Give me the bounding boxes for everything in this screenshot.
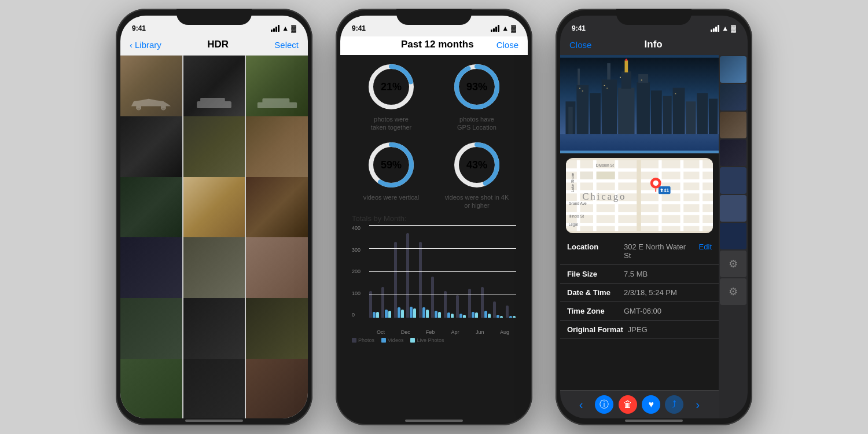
svg-rect-33 <box>560 134 719 150</box>
info-main: Chicago ⬆41 Division St Lake Shore Grand… <box>560 55 719 418</box>
svg-rect-39 <box>641 79 642 80</box>
thumb-4[interactable] <box>720 139 746 166</box>
svg-rect-32 <box>709 99 718 134</box>
phone-3-screen: 9:41 ▲ ▓ Close Info <box>560 16 748 418</box>
bar-photos-11 <box>506 306 509 318</box>
back-label: Library <box>135 40 161 50</box>
photo-cell[interactable] <box>183 237 245 299</box>
legend-dot-live <box>410 338 415 343</box>
phone-1: 9:41 ▲ ▓ ‹ Library HDR Select <box>116 9 312 425</box>
donut-percent-21: 21% <box>381 81 402 93</box>
timezone-label: Time Zone <box>567 307 619 315</box>
photo-cell[interactable] <box>246 359 308 418</box>
favorite-button[interactable]: ♥ <box>642 395 660 414</box>
bar-live-5 <box>438 312 441 318</box>
share-button[interactable]: ⤴ <box>665 395 683 414</box>
photo-cell[interactable] <box>246 116 308 178</box>
thumb-2[interactable] <box>720 84 746 111</box>
photo-cell[interactable] <box>183 56 245 117</box>
photo-cell[interactable] <box>246 237 308 299</box>
bar-group-9 <box>481 287 491 318</box>
select-button[interactable]: Select <box>274 40 299 50</box>
timezone-value: GMT-06:00 <box>624 307 712 315</box>
photo-cell[interactable] <box>120 359 182 418</box>
prev-button[interactable]: ‹ <box>572 395 590 414</box>
bar-photos-9 <box>481 287 484 318</box>
legend-dot-videos <box>381 338 386 343</box>
bar-photos-2 <box>394 242 397 318</box>
legend-label-photos: Photos <box>358 337 374 343</box>
phone-2: 9:41 ▲ ▓ Past 12 months Close <box>336 9 532 425</box>
phone-1-screen: 9:41 ▲ ▓ ‹ Library HDR Select <box>120 16 308 418</box>
next-button[interactable]: › <box>689 395 707 414</box>
bar-videos-3 <box>410 307 413 318</box>
close-button-2[interactable]: Close <box>496 40 518 50</box>
delete-button[interactable]: 🗑 <box>619 395 637 414</box>
toolbar-3: ‹ ⓘ 🗑 ♥ ⤴ › <box>560 390 719 418</box>
info-rows: Location 302 E North Water St Edit File … <box>560 238 719 390</box>
photo-cell[interactable] <box>120 116 182 178</box>
svg-rect-22 <box>618 88 634 134</box>
thumb-1[interactable] <box>720 56 746 83</box>
legend-label-live: Live Photos <box>417 337 444 343</box>
back-button[interactable]: ‹ Library <box>130 40 161 50</box>
phone-3: 9:41 ▲ ▓ Close Info <box>556 9 752 425</box>
map-container[interactable]: Chicago ⬆41 Division St Lake Shore Grand… <box>566 158 713 233</box>
photo-cell[interactable] <box>246 298 308 360</box>
photo-cell[interactable] <box>120 56 182 117</box>
thumb-7[interactable] <box>720 223 746 249</box>
bar-photos-5 <box>431 277 434 318</box>
photo-cell[interactable] <box>120 177 182 239</box>
photo-cell[interactable] <box>183 116 245 178</box>
thumb-gear-2[interactable]: ⚙ <box>720 278 746 305</box>
datetime-row: Date & Time 2/3/18, 5:24 PM <box>560 284 719 302</box>
bar-videos-6 <box>447 312 450 318</box>
photo-cell[interactable] <box>246 56 308 117</box>
legend-live: Live Photos <box>410 337 444 343</box>
wifi-icon-2: ▲ <box>502 24 509 32</box>
svg-text:Division St: Division St <box>596 163 614 167</box>
donut-label-21: photos weretaken together <box>371 115 411 132</box>
donut-59: 59% <box>365 139 417 191</box>
edit-button[interactable]: Edit <box>699 242 712 251</box>
signal-icon-2 <box>491 25 499 32</box>
svg-text:Grand Ave: Grand Ave <box>569 201 587 205</box>
photo-cell[interactable] <box>183 177 245 239</box>
y-label-100: 100 <box>352 290 361 296</box>
photo-cell[interactable] <box>120 237 182 299</box>
thumb-gear[interactable]: ⚙ <box>720 251 746 277</box>
legend-videos: Videos <box>381 337 403 343</box>
donut-label-59: videos were vertical <box>363 193 420 201</box>
timezone-row: Time Zone GMT-06:00 <box>560 302 719 321</box>
bar-live-6 <box>451 314 454 318</box>
info-button[interactable]: ⓘ <box>595 395 613 414</box>
x-axis: Oct Dec Feb Apr Jun Aug <box>352 329 516 335</box>
photo-cell[interactable] <box>183 359 245 418</box>
photo-cell[interactable] <box>120 298 182 360</box>
photo-cell[interactable] <box>246 177 308 239</box>
chart-area: 400 300 200 100 0 <box>352 225 516 329</box>
svg-rect-34 <box>579 88 580 89</box>
format-label: Original Format <box>567 325 623 334</box>
stats-content: 21% photos weretaken together 93% photos… <box>340 55 528 418</box>
bar-videos-9 <box>484 311 487 318</box>
thumb-5[interactable] <box>720 167 746 194</box>
bar-videos-1 <box>385 310 388 318</box>
status-icons-3: ▲ ▓ <box>711 24 736 32</box>
close-button-3[interactable]: Close <box>569 40 591 50</box>
svg-rect-37 <box>606 88 608 89</box>
y-label-300: 300 <box>352 247 361 253</box>
svg-rect-49 <box>577 160 580 231</box>
y-label-0: 0 <box>352 312 361 318</box>
svg-point-41 <box>625 59 627 61</box>
thumb-6[interactable] <box>720 195 746 222</box>
thumb-3[interactable] <box>720 112 746 138</box>
svg-text:Lake Shore: Lake Shore <box>571 172 575 192</box>
photo-cell[interactable] <box>183 298 245 360</box>
donut-percent-59: 59% <box>381 159 402 171</box>
page-title-2: Past 12 months <box>401 39 474 50</box>
bar-group-2 <box>394 242 404 318</box>
chart-title: Totals by Month: <box>352 214 516 223</box>
time-2: 9:41 <box>352 24 366 32</box>
bar-live-10 <box>500 316 503 318</box>
